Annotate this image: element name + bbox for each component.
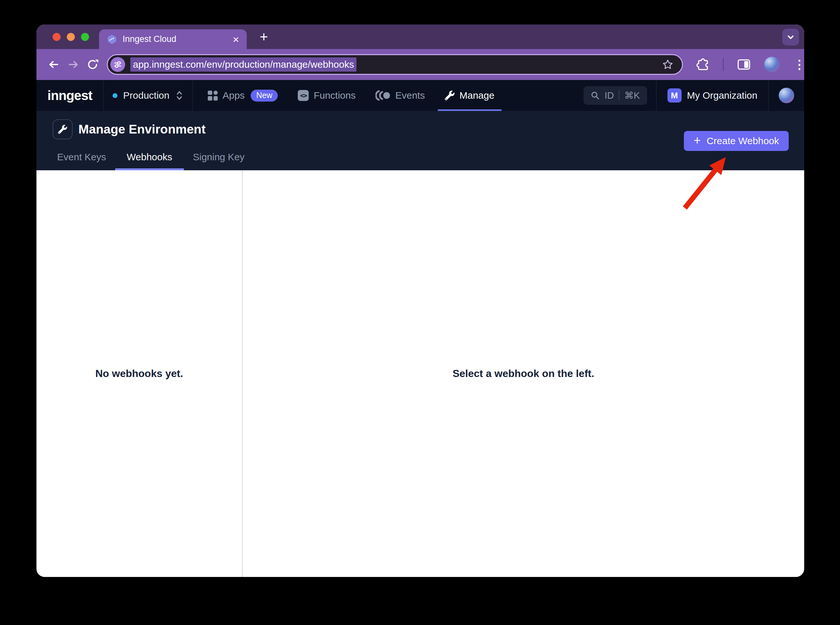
close-window-button[interactable] bbox=[53, 33, 61, 41]
manage-environment-header: Manage Environment Event Keys Webhooks S… bbox=[36, 111, 804, 170]
new-badge: New bbox=[250, 90, 278, 102]
webhooks-empty-message: No webhooks yet. bbox=[95, 368, 183, 379]
nav-events-label: Events bbox=[395, 90, 425, 101]
url-text[interactable]: app.inngest.com/env/production/manage/we… bbox=[130, 58, 356, 72]
chevron-updown-icon bbox=[175, 89, 184, 102]
inngest-favicon bbox=[107, 34, 117, 45]
page-title: Manage Environment bbox=[78, 122, 205, 137]
desktop-background: Inngest Cloud × + bbox=[0, 0, 840, 625]
browser-profile-avatar[interactable] bbox=[764, 57, 780, 72]
user-menu[interactable] bbox=[768, 80, 804, 111]
user-avatar bbox=[779, 88, 794, 103]
window-controls bbox=[53, 25, 89, 49]
environment-name: Production bbox=[123, 90, 170, 101]
nav-apps-label: Apps bbox=[222, 90, 244, 101]
organization-menu[interactable]: M My Organization bbox=[656, 80, 768, 111]
browser-tab[interactable]: Inngest Cloud × bbox=[99, 30, 247, 49]
create-webhook-label: Create Webhook bbox=[706, 135, 779, 146]
inngest-logo[interactable]: inngest bbox=[36, 80, 104, 111]
back-arrow-icon bbox=[48, 58, 60, 71]
nav-item-apps[interactable]: Apps New bbox=[208, 80, 278, 111]
app-navbar: inngest Production Apps New <> bbox=[36, 80, 804, 111]
tab-webhooks[interactable]: Webhooks bbox=[127, 152, 172, 170]
bookmark-star-button[interactable] bbox=[662, 59, 674, 70]
side-panel-button[interactable] bbox=[737, 58, 751, 71]
close-tab-icon[interactable]: × bbox=[233, 34, 239, 45]
create-webhook-button[interactable]: + Create Webhook bbox=[684, 131, 789, 151]
fullscreen-window-button[interactable] bbox=[81, 33, 89, 41]
manage-environment-icon-box bbox=[53, 119, 73, 139]
organization-initial-badge: M bbox=[667, 89, 681, 103]
plus-icon: + bbox=[694, 134, 701, 148]
browser-menu-button[interactable]: ⋮ bbox=[793, 58, 804, 71]
back-button[interactable] bbox=[44, 55, 64, 74]
wrench-icon bbox=[58, 125, 67, 134]
toolbar-divider bbox=[723, 58, 723, 71]
nav-right-cluster: ID ⌘K M My Organization bbox=[583, 80, 804, 111]
events-icon bbox=[375, 90, 390, 101]
star-icon bbox=[662, 59, 674, 70]
webhook-select-message: Select a webhook on the left. bbox=[453, 368, 594, 379]
nav-item-events[interactable]: Events bbox=[375, 80, 425, 111]
side-panel-icon bbox=[737, 58, 751, 71]
minimize-window-button[interactable] bbox=[67, 33, 75, 41]
environment-switcher[interactable]: Production bbox=[104, 80, 193, 111]
url-bar[interactable]: app.inngest.com/env/production/manage/we… bbox=[107, 54, 683, 75]
forward-arrow-icon bbox=[67, 58, 79, 71]
search-icon bbox=[591, 91, 600, 100]
search-divider bbox=[619, 90, 619, 101]
environment-tabs: Event Keys Webhooks Signing Key bbox=[57, 152, 244, 170]
tab-title: Inngest Cloud bbox=[123, 34, 176, 44]
browser-toolbar: app.inngest.com/env/production/manage/we… bbox=[36, 49, 804, 80]
nav-links: Apps New <> Functions Events bbox=[208, 80, 495, 111]
chevron-down-icon bbox=[785, 31, 796, 43]
tab-signing-key[interactable]: Signing Key bbox=[193, 152, 244, 170]
nav-manage-label: Manage bbox=[459, 90, 494, 101]
search-shortcut: ⌘K bbox=[624, 90, 640, 101]
nav-item-functions[interactable]: <> Functions bbox=[298, 80, 355, 111]
site-settings-button[interactable] bbox=[110, 57, 125, 72]
webhook-detail-panel: Select a webhook on the left. bbox=[243, 170, 804, 577]
nav-item-manage[interactable]: Manage bbox=[445, 80, 494, 111]
search-shortcut-box[interactable]: ID ⌘K bbox=[583, 86, 647, 105]
new-tab-button[interactable]: + bbox=[255, 25, 273, 49]
functions-code-icon: <> bbox=[298, 90, 309, 101]
forward-button[interactable] bbox=[64, 55, 83, 74]
apps-grid-icon bbox=[208, 91, 218, 101]
browser-window: Inngest Cloud × + bbox=[36, 25, 804, 577]
webhooks-list-panel: No webhooks yet. bbox=[36, 170, 243, 577]
toolbar-actions: ⋮ bbox=[697, 57, 804, 72]
reload-button[interactable] bbox=[83, 55, 102, 74]
tab-search-button[interactable] bbox=[782, 29, 799, 45]
nav-functions-label: Functions bbox=[314, 90, 355, 101]
tab-event-keys[interactable]: Event Keys bbox=[57, 152, 106, 170]
extensions-button[interactable] bbox=[697, 58, 709, 71]
search-id-label: ID bbox=[605, 90, 614, 101]
extensions-puzzle-icon bbox=[697, 58, 709, 71]
reload-icon bbox=[86, 58, 99, 71]
tab-strip: Inngest Cloud × + bbox=[36, 25, 804, 49]
site-settings-icon bbox=[113, 60, 122, 69]
organization-name: My Organization bbox=[687, 90, 758, 101]
wrench-icon bbox=[445, 91, 454, 100]
webhooks-content: No webhooks yet. Select a webhook on the… bbox=[36, 170, 804, 577]
environment-status-dot bbox=[113, 93, 117, 98]
